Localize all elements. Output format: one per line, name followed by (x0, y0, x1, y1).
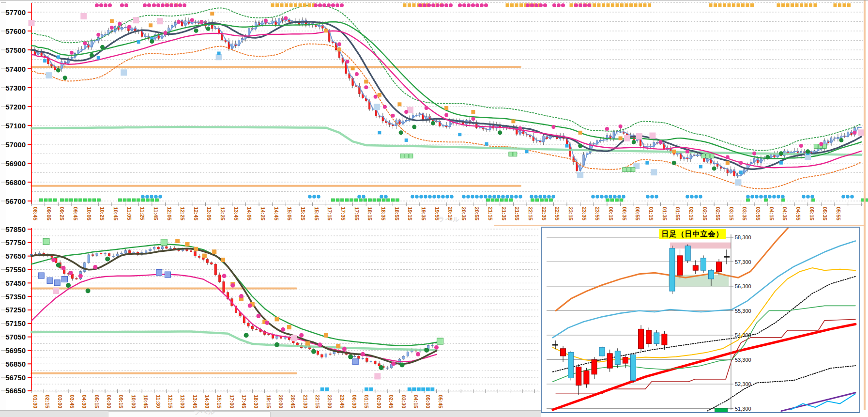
x-axis-label: 23:55 (594, 207, 600, 220)
x-axis-label: 02:55 (715, 207, 721, 220)
y-axis-label: 51,300 (735, 406, 751, 412)
x-axis-label: 17:55 (354, 207, 360, 220)
watermark-text: ラベル (194, 408, 216, 417)
y-axis-label: 57000 (5, 140, 26, 149)
x-axis-label: 02:45 (388, 395, 394, 408)
x-axis-label: 10:05 (86, 207, 92, 220)
x-axis-label: 12:15 (168, 395, 173, 408)
x-axis-label: 02:15 (688, 207, 694, 220)
y-axis-label: 57500 (5, 46, 26, 54)
x-axis-label: 18:55 (394, 207, 400, 220)
x-axis-label: 04:35 (782, 207, 788, 220)
x-axis-label: 20:35 (461, 207, 467, 220)
x-axis-label: 21:15 (487, 207, 493, 220)
y-axis-label: 57400 (5, 65, 26, 73)
x-axis-label: 10:45 (143, 395, 149, 408)
x-axis-label: 04:30 (81, 395, 87, 408)
x-axis-label: 09:25 (59, 207, 65, 220)
x-axis-label: 01:55 (675, 207, 681, 220)
x-axis-label: 03:00 (57, 395, 63, 408)
y-axis-label: 57700 (5, 8, 26, 16)
x-axis-label: 22:55 (554, 207, 560, 220)
x-axis-label: 01:35 (662, 207, 668, 220)
x-axis-label: 12:45 (193, 207, 199, 220)
x-axis-label: 03:35 (742, 207, 747, 220)
y-axis-label: 57450 (5, 279, 26, 287)
daily-chart: 58,30057,30056,30055,30054,30053,30052,3… (542, 228, 859, 412)
x-axis-label: 12:05 (167, 207, 172, 220)
y-axis-label: 54,300 (735, 332, 751, 338)
x-axis-label: 08:45 (32, 207, 38, 220)
x-axis-label: 18:30 (253, 395, 259, 408)
y-axis-label: 57150 (5, 319, 26, 327)
y-axis-label: 57650 (5, 252, 26, 260)
x-axis-label: 13:05 (206, 207, 212, 220)
candles (30, 244, 434, 370)
y-axis-label: 56650 (5, 386, 26, 395)
x-axis-label: 15:05 (287, 207, 292, 220)
y-axis-label: 57100 (5, 122, 26, 130)
x-axis-label: 09:45 (73, 207, 78, 220)
x-axis-label: 03:45 (69, 395, 75, 408)
y-axis-label: 57,300 (735, 259, 751, 265)
x-axis-label: 03:55 (755, 207, 761, 220)
x-axis-label: 23:35 (581, 207, 587, 220)
daily-chart-title: 日足（日中立会） (659, 229, 726, 239)
x-axis-label: 14:30 (204, 395, 210, 408)
x-axis-label: 14:25 (260, 207, 266, 220)
series (30, 6, 861, 189)
x-axis-label: 14:45 (274, 207, 279, 220)
x-axis-label: 13:45 (233, 207, 239, 220)
y-axis-label: 58,300 (735, 234, 751, 240)
x-axis-label: 02:00 (376, 395, 382, 408)
x-axis-label: 03:30 (401, 395, 407, 408)
x-axis-label: 04:15 (413, 395, 419, 408)
horizontal-scrollbar[interactable] (0, 410, 541, 417)
axis: 58,30057,30056,30055,30054,30053,30052,3… (731, 234, 751, 412)
x-axis-label: 11:45 (153, 207, 159, 220)
y-axis-label: 57850 (5, 225, 26, 233)
y-axis-label: 53,300 (735, 357, 751, 363)
x-axis-label: 21:30 (303, 395, 308, 408)
x-axis-label: 05:00 (425, 395, 431, 408)
markers (29, 3, 868, 201)
x-axis-label: 04:55 (795, 207, 801, 220)
x-axis-label: 17:00 (229, 395, 235, 408)
watermark-text: ラベル (438, 215, 460, 224)
y-axis-label: 52,300 (735, 381, 751, 387)
x-axis-label: 05:15 (809, 207, 815, 220)
y-axis-label: 56950 (5, 346, 26, 355)
candles (552, 245, 730, 395)
x-axis-label: 10:45 (113, 207, 119, 220)
x-axis-label: 11:30 (155, 395, 161, 408)
y-axis-label: 56700 (5, 197, 26, 205)
x-axis-label: 01:15 (648, 207, 654, 220)
x-axis-label: 05:45 (438, 395, 443, 408)
x-axis-label: 23:00 (327, 395, 333, 408)
y-axis-label: 57350 (5, 293, 26, 301)
x-axis-label: 09:05 (46, 207, 52, 220)
x-axis-label: 00:15 (608, 207, 614, 220)
series (553, 228, 855, 412)
x-axis-label: 22:15 (315, 395, 320, 408)
x-axis-label: 17:15 (327, 207, 333, 220)
y-axis-label: 55,300 (735, 308, 751, 314)
x-axis-label: 17:35 (340, 207, 346, 220)
x-axis-label: 19:15 (407, 207, 413, 220)
x-axis-label: 01:30 (32, 395, 38, 408)
scrollbar-thumb[interactable] (108, 411, 271, 417)
x-axis-label: 05:55 (836, 207, 841, 220)
x-axis-label: 04:15 (769, 207, 775, 220)
x-axis-label: 17:45 (241, 395, 247, 408)
intraday-5min-chart: 5770057600575005740057300572005710057000… (0, 0, 868, 225)
y-axis-label: 56850 (5, 360, 26, 368)
y-axis-label: 56800 (5, 178, 26, 186)
x-axis-label: 06:00 (106, 395, 112, 408)
x-axis-label: 09:15 (118, 395, 124, 408)
x-axis-label: 05:15 (94, 395, 100, 408)
x-axis-label: 19:35 (421, 207, 426, 220)
x-axis-label: 23:15 (568, 207, 574, 220)
y-axis-label: 57200 (5, 103, 26, 111)
x-axis-label: 11:25 (139, 207, 145, 220)
x-axis-label: 20:45 (290, 395, 296, 408)
